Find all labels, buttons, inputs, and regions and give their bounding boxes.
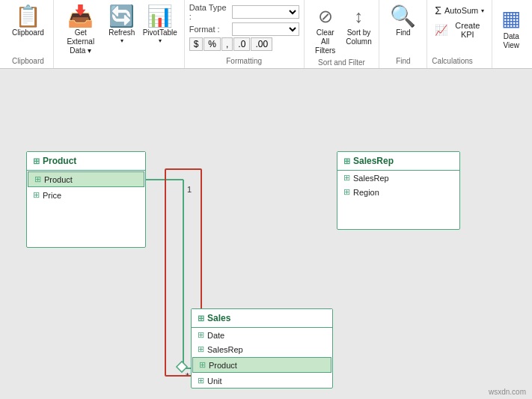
autosum-button[interactable]: Σ AutoSum ▾ bbox=[432, 3, 487, 18]
salesrep-row-salesrep[interactable]: ⊞ SalesRep bbox=[337, 171, 459, 185]
get-external-data-button[interactable]: 📥 Get ExternalData ▾ bbox=[58, 3, 103, 58]
format-label: Format : bbox=[189, 25, 230, 34]
sales-salesrep-field-label: SalesRep bbox=[207, 345, 243, 354]
product-table-name: Product bbox=[43, 156, 76, 166]
find-icon: 🔍 bbox=[390, 6, 416, 27]
formatting-group: Data Type : Format : $ % , .0 .00 Format… bbox=[185, 0, 305, 68]
salesrep-table-title: ⊞ SalesRep bbox=[337, 152, 459, 171]
data-view-label: DataView bbox=[504, 32, 520, 50]
clipboard-button[interactable]: 📋 Clipboard bbox=[7, 3, 49, 40]
data-group: 📥 Get ExternalData ▾ 🔄 Refresh ▾ 📊 Pivot… bbox=[54, 0, 185, 68]
region-field-label: Region bbox=[353, 188, 379, 197]
sales-table-icon: ⊞ bbox=[198, 314, 204, 323]
pivot-dropdown: ▾ bbox=[159, 37, 162, 44]
find-button[interactable]: 🔍 Find bbox=[385, 3, 421, 40]
get-external-data-icon: 📥 bbox=[67, 6, 94, 27]
refresh-button[interactable]: 🔄 Refresh ▾ bbox=[106, 3, 138, 47]
format-buttons: $ % , .0 .00 bbox=[189, 37, 272, 51]
data-items: 📥 Get ExternalData ▾ 🔄 Refresh ▾ 📊 Pivot… bbox=[58, 3, 180, 58]
sales-row-product[interactable]: ⊞ Product bbox=[192, 357, 331, 373]
sort-by-column-button[interactable]: ↕ Sort byColumn bbox=[343, 3, 375, 58]
find-items: 🔍 Find bbox=[385, 3, 421, 57]
calc-group-label: Calculations bbox=[432, 57, 472, 65]
sales-row-date[interactable]: ⊞ Date bbox=[192, 328, 332, 342]
clipboard-group: 📋 Clipboard Clipboard bbox=[3, 0, 54, 68]
salesrep-table[interactable]: ⊞ SalesRep ⊞ SalesRep ⊞ Region bbox=[337, 151, 460, 230]
sort-filter-group: ⊘ Clear AllFilters ↕ Sort byColumn Sort … bbox=[305, 0, 380, 68]
price-field-icon: ⊞ bbox=[33, 190, 40, 200]
rel-label-many: * bbox=[186, 371, 189, 382]
clipboard-icon: 📋 bbox=[15, 6, 41, 27]
format-buttons-row: $ % , .0 .00 bbox=[189, 37, 299, 51]
dollar-button[interactable]: $ bbox=[189, 37, 204, 51]
unit-field-label: Unit bbox=[207, 377, 222, 386]
pivot-table-icon: 📊 bbox=[147, 6, 173, 27]
clipboard-items: 📋 Clipboard bbox=[7, 3, 49, 55]
format-select[interactable] bbox=[232, 22, 299, 36]
sales-table-name: Sales bbox=[207, 313, 230, 323]
find-group: 🔍 Find Find bbox=[379, 0, 427, 68]
comma-button[interactable]: , bbox=[221, 37, 233, 51]
product-field-label: Product bbox=[44, 175, 73, 184]
datatype-select[interactable] bbox=[232, 5, 299, 19]
region-field-icon: ⊞ bbox=[343, 187, 350, 197]
sales-row-unit[interactable]: ⊞ Unit bbox=[192, 374, 332, 388]
create-kpi-button[interactable]: 📈 Create KPI bbox=[432, 19, 487, 40]
product-table-title: ⊞ Product bbox=[27, 152, 145, 171]
sales-row-salesrep[interactable]: ⊞ SalesRep bbox=[192, 342, 332, 356]
watermark: wsxdn.com bbox=[489, 388, 526, 396]
dataview-label bbox=[510, 57, 513, 65]
format-row: Format : bbox=[189, 22, 299, 36]
product-table[interactable]: ⊞ Product ⊞ Product ⊞ Price bbox=[26, 151, 146, 248]
datatype-label: Data Type : bbox=[189, 3, 231, 21]
clear-all-filters-icon: ⊘ bbox=[318, 6, 333, 27]
calc-items: Σ AutoSum ▾ 📈 Create KPI bbox=[432, 3, 487, 57]
percent-button[interactable]: % bbox=[204, 37, 221, 51]
data-group-label bbox=[117, 58, 120, 68]
product-table-icon: ⊞ bbox=[33, 156, 40, 166]
rel-label-one: 1 bbox=[187, 185, 192, 194]
sort-filter-label: Sort and Filter bbox=[318, 58, 365, 67]
diagram-canvas: 1 * ⊞ Product ⊞ Product ⊞ Price ⊞ SalesR… bbox=[0, 69, 532, 399]
data-view-icon: ▦ bbox=[501, 6, 521, 31]
sort-by-column-icon: ↕ bbox=[355, 6, 364, 27]
price-field-label: Price bbox=[43, 191, 61, 200]
sales-product-field-label: Product bbox=[209, 361, 237, 370]
svg-rect-3 bbox=[177, 362, 187, 372]
calculations-group: Σ AutoSum ▾ 📈 Create KPI Calculations bbox=[427, 0, 492, 68]
create-kpi-label: Create KPI bbox=[450, 21, 484, 39]
date-field-icon: ⊞ bbox=[198, 330, 204, 340]
dataview-group: ▦ DataView bbox=[492, 0, 530, 68]
salesrep-row-region[interactable]: ⊞ Region bbox=[337, 185, 459, 199]
data-view-button[interactable]: ▦ DataView bbox=[497, 3, 525, 53]
clear-all-filters-button[interactable]: ⊘ Clear AllFilters bbox=[309, 3, 342, 58]
refresh-label: Refresh bbox=[108, 28, 135, 37]
pivot-table-label: PivotTable bbox=[143, 28, 177, 37]
autosum-label: AutoSum bbox=[444, 6, 478, 15]
sales-table-title: ⊞ Sales bbox=[192, 309, 332, 328]
find-group-label: Find bbox=[396, 57, 410, 65]
datatype-row: Data Type : bbox=[189, 3, 299, 21]
salesrep-table-icon: ⊞ bbox=[343, 156, 350, 166]
decimal-less-button[interactable]: .0 bbox=[233, 37, 250, 51]
sales-product-field-icon: ⊞ bbox=[199, 360, 206, 370]
sales-salesrep-field-icon: ⊞ bbox=[198, 344, 204, 354]
refresh-icon: 🔄 bbox=[108, 6, 135, 27]
sort-by-column-label: Sort byColumn bbox=[346, 28, 371, 46]
unit-field-icon: ⊞ bbox=[198, 376, 204, 386]
clipboard-label: Clipboard bbox=[12, 28, 44, 37]
salesrep-table-name: SalesRep bbox=[353, 156, 394, 166]
clipboard-group-label: Clipboard bbox=[12, 55, 44, 65]
pivot-table-button[interactable]: 📊 PivotTable ▾ bbox=[141, 3, 180, 47]
decimal-more-button[interactable]: .00 bbox=[251, 37, 272, 51]
salesrep-field-label: SalesRep bbox=[353, 174, 389, 183]
kpi-icon: 📈 bbox=[435, 24, 447, 36]
product-row-price[interactable]: ⊞ Price bbox=[27, 188, 145, 202]
formatting-label: Formatting bbox=[189, 57, 299, 65]
date-field-label: Date bbox=[207, 331, 224, 340]
ribbon: 📋 Clipboard Clipboard 📥 Get ExternalData… bbox=[0, 0, 532, 69]
sales-table[interactable]: ⊞ Sales ⊞ Date ⊞ SalesRep ⊞ Product ⊞ Un… bbox=[191, 308, 333, 389]
product-row-product[interactable]: ⊞ Product bbox=[28, 171, 144, 187]
product-field-icon: ⊞ bbox=[34, 174, 41, 184]
sigma-icon: Σ bbox=[435, 4, 441, 16]
